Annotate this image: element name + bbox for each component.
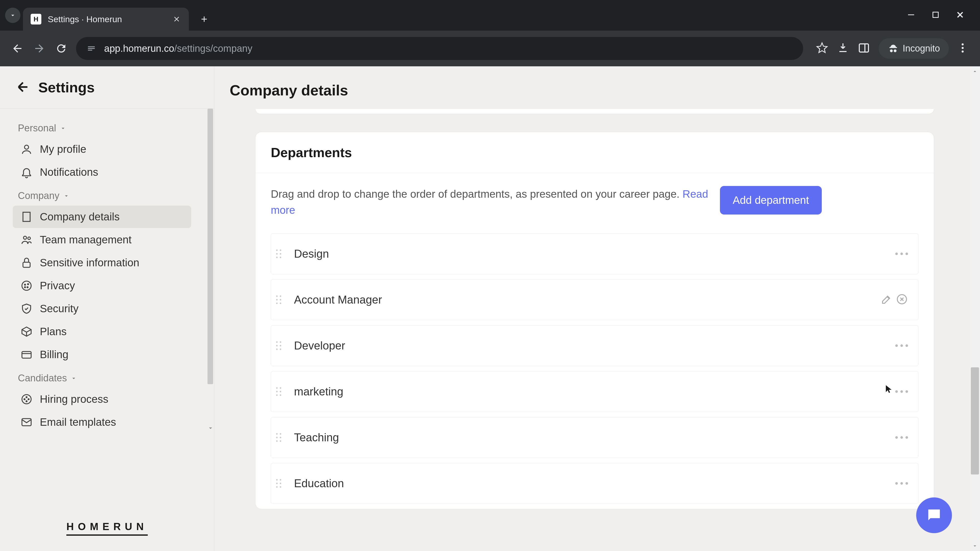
sidebar-scrollbar[interactable]: [207, 109, 214, 434]
delete-button[interactable]: [896, 293, 908, 306]
scroll-up-icon[interactable]: [970, 66, 980, 76]
group-personal[interactable]: Personal: [18, 116, 204, 138]
browser-tab[interactable]: H Settings · Homerun: [23, 8, 189, 30]
svg-rect-23: [22, 351, 31, 358]
row-more-button[interactable]: [895, 482, 908, 485]
svg-rect-2: [859, 44, 869, 52]
sidebar-item-hiring-process[interactable]: Hiring process: [13, 388, 191, 410]
add-department-button[interactable]: Add department: [720, 186, 822, 214]
back-button[interactable]: [15, 79, 30, 96]
department-row[interactable]: Account Manager: [271, 279, 918, 320]
sidebar-item-email-templates[interactable]: Email templates: [13, 411, 191, 433]
svg-point-18: [24, 284, 25, 285]
sidebar-item-billing[interactable]: Billing: [13, 343, 191, 366]
chat-icon: [925, 507, 943, 524]
cookie-icon: [21, 279, 33, 292]
department-row[interactable]: Developer: [271, 325, 918, 366]
drag-handle-icon[interactable]: [276, 387, 284, 396]
department-row[interactable]: marketing: [271, 371, 918, 412]
department-row[interactable]: Education: [271, 463, 918, 504]
tab-title: Settings · Homerun: [48, 14, 165, 24]
svg-point-20: [27, 287, 28, 288]
row-more-button[interactable]: [895, 345, 908, 347]
card-title: Departments: [271, 145, 918, 160]
sidebar-item-my-profile[interactable]: My profile: [13, 138, 191, 160]
edit-button[interactable]: [880, 293, 893, 306]
sidebar-item-company-details[interactable]: Company details: [13, 206, 191, 228]
incognito-icon: [888, 43, 899, 54]
svg-point-19: [27, 284, 29, 285]
svg-rect-8: [23, 212, 30, 221]
nav-label: My profile: [40, 143, 86, 156]
svg-point-27: [26, 397, 27, 398]
sidebar-footer: HOMERUN: [0, 511, 214, 551]
svg-point-21: [24, 287, 25, 288]
window-maximize-button[interactable]: [931, 10, 940, 21]
sidebar-item-notifications[interactable]: Notifications: [13, 161, 191, 183]
card-description: Drag and drop to change the order of dep…: [271, 186, 710, 218]
user-icon: [21, 143, 33, 156]
sidebar-item-sensitive-information[interactable]: Sensitive information: [13, 251, 191, 274]
page-scrollbar[interactable]: [970, 66, 980, 551]
nav-forward-button[interactable]: [32, 41, 46, 56]
mail-icon: [21, 416, 33, 428]
settings-sidebar: Settings Personal My profile Notificatio…: [0, 66, 215, 551]
site-info-icon[interactable]: [86, 43, 97, 54]
window-minimize-button[interactable]: [907, 10, 916, 21]
sidebar-item-security[interactable]: Security: [13, 297, 191, 320]
previous-card-edge: [255, 109, 934, 114]
browser-menu-button[interactable]: [956, 42, 970, 55]
nav-label: Privacy: [40, 279, 75, 292]
department-row[interactable]: Teaching: [271, 417, 918, 458]
svg-rect-16: [23, 262, 30, 267]
row-more-button[interactable]: [895, 252, 908, 255]
svg-point-29: [26, 401, 27, 402]
group-candidates[interactable]: Candidates: [18, 366, 204, 387]
svg-point-25: [22, 395, 31, 404]
page-scrollbar-thumb[interactable]: [971, 367, 979, 475]
sidebar-scroll-down-icon[interactable]: [207, 424, 214, 433]
nav-label: Sensitive information: [40, 257, 139, 269]
group-company[interactable]: Company: [18, 184, 204, 205]
row-more-button[interactable]: [895, 436, 908, 439]
sidebar-title: Settings: [38, 79, 95, 96]
new-tab-button[interactable]: [197, 11, 212, 27]
tab-close-button[interactable]: [172, 14, 181, 24]
sidebar-item-plans[interactable]: Plans: [13, 321, 191, 343]
drag-handle-icon[interactable]: [276, 249, 284, 258]
url-input[interactable]: app.homerun.co/settings/company: [76, 37, 803, 60]
sidebar-item-team-management[interactable]: Team management: [13, 229, 191, 251]
drag-handle-icon[interactable]: [276, 341, 284, 350]
page-title: Company details: [230, 82, 980, 99]
package-icon: [21, 326, 33, 338]
intercom-chat-button[interactable]: [916, 497, 952, 533]
sidebar-scrollbar-thumb[interactable]: [207, 109, 213, 384]
drag-handle-icon[interactable]: [276, 479, 284, 488]
scroll-down-icon[interactable]: [970, 541, 980, 551]
caret-down-icon: [63, 192, 70, 199]
row-more-button[interactable]: [895, 390, 908, 393]
side-panel-button[interactable]: [858, 42, 871, 55]
drag-handle-icon[interactable]: [276, 295, 284, 304]
svg-point-26: [24, 399, 25, 400]
nav-reload-button[interactable]: [54, 41, 68, 56]
svg-point-15: [28, 237, 30, 240]
nav-back-button[interactable]: [10, 41, 24, 56]
window-close-button[interactable]: [956, 10, 965, 21]
downloads-button[interactable]: [837, 42, 850, 55]
department-name: Teaching: [294, 431, 895, 444]
incognito-badge[interactable]: Incognito: [879, 38, 949, 59]
drag-handle-icon[interactable]: [276, 433, 284, 442]
main-content: Company details Departments Drag and dro…: [215, 66, 980, 551]
department-row[interactable]: Design: [271, 233, 918, 274]
department-name: Account Manager: [294, 293, 880, 306]
svg-point-6: [962, 51, 964, 52]
tabs-dropdown-button[interactable]: [5, 8, 21, 23]
homerun-logo[interactable]: HOMERUN: [66, 521, 148, 536]
caret-down-icon: [60, 125, 66, 132]
tab-favicon: H: [30, 14, 41, 24]
sidebar-item-privacy[interactable]: Privacy: [13, 275, 191, 297]
nav-label: Hiring process: [40, 393, 108, 405]
nav-label: Email templates: [40, 416, 116, 428]
bookmark-button[interactable]: [816, 42, 829, 55]
